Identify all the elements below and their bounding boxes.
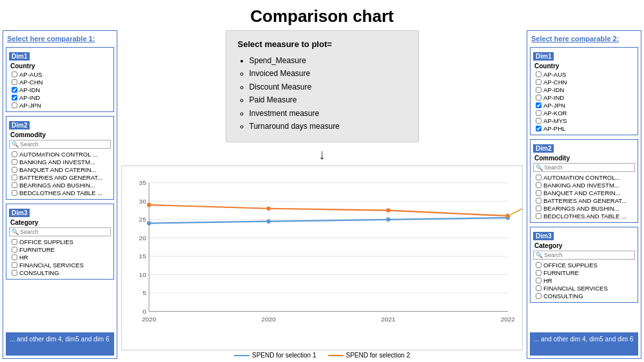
- svg-text:25: 25: [139, 216, 147, 224]
- right-dim3-search-input[interactable]: [544, 252, 632, 258]
- right-dim3-list: OFFICE SUPPLIESFURNITUREHRFINANCIAL SERV…: [533, 262, 635, 300]
- chart-svg: 051015202530352020202020212022: [122, 166, 522, 350]
- measure-item[interactable]: Spend_Measure: [249, 54, 407, 67]
- left-dim3-group: Category: [9, 219, 111, 226]
- list-item[interactable]: FURNITURE: [536, 269, 635, 276]
- list-item[interactable]: AP-CHN: [12, 79, 111, 86]
- left-dim3-search-box[interactable]: 🔍: [9, 227, 111, 236]
- left-dim3-list: OFFICE SUPPLIESFURNITUREHRFINANCIAL SERV…: [9, 238, 111, 276]
- list-item[interactable]: FINANCIAL SERVICES: [536, 285, 635, 292]
- list-item[interactable]: AP-MYS: [536, 117, 635, 124]
- svg-text:35: 35: [139, 180, 147, 187]
- svg-text:15: 15: [139, 253, 147, 260]
- measure-title: Select measure to plot=: [238, 37, 407, 52]
- list-item[interactable]: BANQUET AND CATERIN...: [536, 189, 635, 196]
- list-item[interactable]: OFFICE SUPPLIES: [12, 238, 111, 245]
- svg-text:2021: 2021: [381, 316, 396, 323]
- list-item[interactable]: OFFICE SUPPLIES: [536, 262, 635, 269]
- svg-text:30: 30: [139, 198, 147, 205]
- right-panel: Select here comparable 2: Dim1 Country A…: [527, 30, 641, 359]
- right-dim3-search-box[interactable]: 🔍: [533, 251, 635, 260]
- svg-text:0: 0: [142, 308, 146, 315]
- list-item[interactable]: BANKING AND INVESTM...: [536, 182, 635, 189]
- left-dim2-search-input[interactable]: [20, 141, 108, 148]
- list-item[interactable]: HR: [536, 277, 635, 284]
- list-item[interactable]: BEARINGS AND BUSHIN...: [536, 205, 635, 212]
- right-dim2-search-box[interactable]: 🔍: [533, 163, 635, 172]
- list-item[interactable]: AP-KOR: [536, 110, 635, 117]
- left-dim1-group: Country: [9, 62, 111, 70]
- list-item[interactable]: FURNITURE: [12, 246, 111, 253]
- left-dim2-label: Dim2: [9, 121, 30, 129]
- left-dim1-label: Dim1: [9, 52, 30, 61]
- svg-text:2020: 2020: [142, 316, 157, 323]
- right-dim2-search-input[interactable]: [544, 164, 632, 171]
- left-dim3-section: Dim3 Category 🔍 OFFICE SUPPLIESFURNITURE…: [6, 204, 114, 280]
- measure-item[interactable]: Paid Measure: [249, 93, 407, 106]
- list-item[interactable]: AP-IND: [536, 94, 635, 101]
- list-item[interactable]: AUTOMATION CONTROL ...: [12, 151, 111, 158]
- left-dim2-search-icon: 🔍: [12, 141, 19, 148]
- list-item[interactable]: BATTERIES AND GENERAT...: [536, 197, 635, 204]
- svg-line-30: [511, 202, 522, 214]
- left-dim3-search-input[interactable]: [20, 229, 108, 235]
- list-item[interactable]: AP-JPN: [536, 102, 635, 109]
- measure-item[interactable]: Discount Measure: [249, 81, 407, 93]
- svg-point-22: [147, 222, 151, 226]
- list-item[interactable]: AP-JPN: [12, 102, 111, 109]
- svg-point-28: [386, 209, 391, 213]
- svg-point-23: [266, 220, 271, 224]
- list-item[interactable]: AP-IDN: [12, 86, 111, 93]
- right-other-dims: ... and other dim 4, dim5 and dim 6: [530, 332, 638, 356]
- measure-list: Spend_MeasureInvoiced MeasureDiscount Me…: [238, 54, 407, 133]
- list-item[interactable]: FINANCIAL SERVICES: [12, 262, 111, 269]
- list-item[interactable]: BANKING AND INVESTM...: [12, 158, 111, 166]
- chart-area: 051015202530352020202020212022: [121, 166, 523, 350]
- list-item[interactable]: BANQUET AND CATERIN...: [12, 166, 111, 173]
- left-dim2-search-box[interactable]: 🔍: [9, 140, 111, 149]
- right-dim3-group: Category: [533, 242, 635, 249]
- list-item[interactable]: AP-AUS: [12, 71, 111, 78]
- left-other-dims: ... and other dim 4, dim5 and dim 6: [6, 332, 114, 356]
- list-item[interactable]: BEARINGS AND BUSHIN...: [12, 182, 111, 189]
- left-dim2-list: AUTOMATION CONTROL ...BANKING AND INVEST…: [9, 151, 111, 196]
- left-panel-header: Select here comparable 1:: [3, 33, 117, 45]
- list-item[interactable]: CONSULTING: [536, 292, 635, 300]
- measure-item[interactable]: Invoiced Measure: [249, 67, 407, 80]
- right-dim3-section: Dim3 Category 🔍 OFFICE SUPPLIESFURNITURE…: [530, 227, 638, 303]
- left-dim1-list: AP-AUSAP-CHNAP-IDNAP-INDAP-JPN: [9, 71, 111, 109]
- svg-text:20: 20: [139, 234, 147, 242]
- list-item[interactable]: AUTOMATION CONTROL...: [536, 174, 635, 181]
- right-dim1-list: AP-AUSAP-CHNAP-IDNAP-INDAP-JPNAP-KORAP-M…: [533, 71, 635, 132]
- left-dim3-label: Dim3: [9, 209, 30, 217]
- svg-text:2022: 2022: [501, 316, 516, 323]
- list-item[interactable]: HR: [12, 254, 111, 261]
- left-dim2-group: Commodity: [9, 131, 111, 138]
- measure-item[interactable]: Investment measure: [249, 107, 407, 120]
- svg-point-29: [505, 214, 510, 218]
- right-dim2-label: Dim2: [533, 144, 554, 153]
- list-item[interactable]: AP-AUS: [536, 71, 635, 78]
- list-item[interactable]: AP-PHL: [536, 125, 635, 132]
- right-dim2-search-icon: 🔍: [536, 164, 543, 171]
- measure-box: Select measure to plot= Spend_MeasureInv…: [226, 30, 419, 142]
- list-item[interactable]: BATTERIES AND GENERAT...: [12, 174, 111, 181]
- list-item[interactable]: CONSULTING: [12, 269, 111, 276]
- svg-text:10: 10: [139, 271, 147, 278]
- svg-text:2020: 2020: [262, 316, 277, 323]
- list-item[interactable]: BEDCLOTHES AND TABLE ...: [536, 213, 635, 220]
- center-panel: Select measure to plot= Spend_MeasureInv…: [120, 30, 524, 359]
- right-dim2-section: Dim2 Commodity 🔍 AUTOMATION CONTROL...BA…: [530, 139, 638, 223]
- list-item[interactable]: BEDCLOTHES AND TABLE ...: [12, 189, 111, 196]
- left-panel: Select here comparable 1: Dim1 Country A…: [3, 30, 117, 359]
- right-dim2-list: AUTOMATION CONTROL...BANKING AND INVESTM…: [533, 174, 635, 220]
- page-title: Comparison chart: [0, 0, 644, 30]
- left-dim1-section: Dim1 Country AP-AUSAP-CHNAP-IDNAP-INDAP-…: [6, 47, 114, 112]
- list-item[interactable]: AP-IDN: [536, 86, 635, 93]
- right-dim1-section: Dim1 Country AP-AUSAP-CHNAP-IDNAP-INDAP-…: [530, 47, 638, 135]
- main-layout: Select here comparable 1: Dim1 Country A…: [0, 30, 644, 359]
- measure-item[interactable]: Turnaround days measure: [249, 120, 407, 133]
- list-item[interactable]: AP-CHN: [536, 79, 635, 86]
- list-item[interactable]: AP-IND: [12, 94, 111, 101]
- right-dim1-label: Dim1: [533, 52, 554, 61]
